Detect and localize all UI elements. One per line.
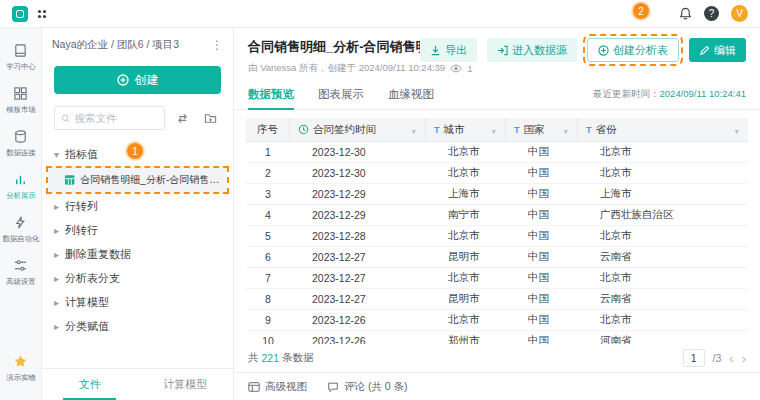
table-row[interactable]: 82023-12-27昆明市中国云南省: [246, 289, 748, 310]
chevron-right-icon: [54, 296, 59, 308]
column-header-country[interactable]: T 国家: [506, 118, 578, 141]
rail-item-label: 分析展示: [6, 190, 35, 200]
table-cell: 广西壮族自治区: [578, 208, 748, 222]
table-cell: 北京市: [426, 313, 506, 327]
page-input[interactable]: 1: [683, 349, 705, 367]
rail-item-data-connection[interactable]: 数据连接: [0, 122, 41, 165]
filter-caret-icon[interactable]: [411, 124, 417, 136]
table-body: 12023-12-30北京市中国北京市22023-12-30北京市中国北京市32…: [246, 142, 748, 344]
chevron-right-icon: [54, 224, 59, 236]
table-cell: 南宁市: [426, 208, 506, 222]
total-suffix: 条数据: [282, 351, 314, 365]
text-field-icon: T: [434, 125, 440, 135]
column-label: 城市: [444, 123, 465, 137]
table-cell: 6: [246, 251, 290, 263]
table-row[interactable]: 12023-12-30北京市中国北京市: [246, 142, 748, 163]
rail-item-demo[interactable]: 演示实物: [0, 347, 41, 390]
tree-node-classify[interactable]: 分类赋值: [42, 314, 233, 338]
table-row[interactable]: 62023-12-27昆明市中国云南省: [246, 247, 748, 268]
bar-chart-icon: [13, 172, 28, 187]
tab-chart-display[interactable]: 图表展示: [318, 80, 364, 109]
table-cell: 北京市: [426, 145, 506, 159]
rail-item-advanced-settings[interactable]: 高级设置: [0, 251, 41, 294]
table-row[interactable]: 92023-12-26北京市中国北京市: [246, 310, 748, 331]
tree-node-branch[interactable]: 分析表分支: [42, 266, 233, 290]
table-cell: 中国: [506, 250, 578, 264]
comments-button[interactable]: 评论 (共 0 条): [327, 380, 408, 394]
new-folder-icon-button[interactable]: [199, 107, 221, 129]
rail-item-label: 模板市场: [6, 104, 35, 114]
edit-button-label: 编辑: [714, 43, 736, 58]
tree-node-dedupe[interactable]: 删除重复数据: [42, 242, 233, 266]
sidebar-tab-files[interactable]: 文件: [42, 369, 138, 400]
table-row[interactable]: 32023-12-29上海市中国上海市: [246, 184, 748, 205]
table-cell: 2023-12-27: [290, 272, 426, 284]
table-cell: 2023-12-29: [290, 209, 426, 221]
table-cell: 2023-12-28: [290, 230, 426, 242]
table-row[interactable]: 52023-12-28北京市中国北京市: [246, 226, 748, 247]
table-cell: 3: [246, 188, 290, 200]
tree-node-calc-model[interactable]: 计算模型: [42, 290, 233, 314]
table-cell: 9: [246, 314, 290, 326]
bell-icon[interactable]: [679, 7, 692, 20]
learning-center-icon: [13, 43, 28, 58]
tab-data-preview[interactable]: 数据预览: [248, 80, 294, 109]
text-field-icon: T: [586, 125, 592, 135]
table-row[interactable]: 42023-12-29南宁市中国广西壮族自治区: [246, 205, 748, 226]
filter-caret-icon[interactable]: [734, 124, 740, 136]
table-cell: 中国: [506, 187, 578, 201]
filter-caret-icon[interactable]: [491, 124, 497, 136]
last-updated: 最近更新时间：2024/09/11 10:24:41: [593, 88, 746, 101]
star-icon: [13, 354, 28, 369]
table-cell: 2023-12-30: [290, 167, 426, 179]
tree-node-selected-file[interactable]: 合同销售明细_分析-合同销售明细: [48, 168, 227, 192]
tree-node-col-to-row[interactable]: 列转行: [42, 218, 233, 242]
table-header: 序号 合同签约时间 T 城市 T 国家: [246, 118, 748, 142]
more-icon[interactable]: [211, 38, 223, 52]
export-button[interactable]: 导出: [420, 38, 477, 62]
rail-item-label: 数据自动化: [2, 233, 39, 243]
breadcrumb[interactable]: Naya的企业 / 团队6 / 项目3: [52, 38, 179, 52]
rail-item-template-market[interactable]: 模板市场: [0, 79, 41, 122]
tab-lineage-view[interactable]: 血缘视图: [388, 80, 434, 109]
rail-item-learning-center[interactable]: 学习中心: [0, 36, 41, 79]
tree-node-row-to-col[interactable]: 行转列: [42, 194, 233, 218]
avatar[interactable]: V: [731, 5, 748, 22]
rail-item-label: 高级设置: [6, 276, 35, 286]
tree-node-label: 指标值: [65, 147, 98, 162]
sidebar: Naya的企业 / 团队6 / 项目3 创建: [42, 28, 234, 400]
create-analysis-table-button[interactable]: 创建分析表: [587, 38, 679, 62]
column-header-index[interactable]: 序号: [246, 118, 290, 141]
table-cell: 上海市: [578, 187, 748, 201]
table-row[interactable]: 102023-12-26郑州市中国河南省: [246, 331, 748, 344]
column-header-city[interactable]: T 城市: [426, 118, 506, 141]
create-button[interactable]: 创建: [54, 66, 221, 94]
enter-datasource-button[interactable]: 进入数据源: [487, 38, 577, 62]
table-row[interactable]: 22023-12-30北京市中国北京市: [246, 163, 748, 184]
column-header-sign-date[interactable]: 合同签约时间: [290, 118, 426, 141]
table-row[interactable]: 72023-12-27北京市中国北京市: [246, 268, 748, 289]
search-input[interactable]: [74, 112, 158, 124]
rail-item-data-automation[interactable]: 数据自动化: [0, 208, 41, 251]
table-cell: 昆明市: [426, 250, 506, 264]
next-page-icon[interactable]: [742, 351, 746, 366]
prev-page-icon[interactable]: [729, 351, 733, 366]
sidebar-tab-calc-models[interactable]: 计算模型: [138, 369, 234, 400]
rail-item-analysis-display[interactable]: 分析展示: [0, 165, 41, 208]
table-cell: 北京市: [578, 229, 748, 243]
import-export-icon-button[interactable]: [171, 107, 193, 129]
filter-caret-icon[interactable]: [563, 124, 569, 136]
apps-grid-icon[interactable]: [36, 8, 48, 20]
chevron-right-icon: [54, 248, 59, 260]
help-icon[interactable]: ?: [704, 6, 719, 21]
nav-rail: 学习中心 模板市场 数据连接 分析展示: [0, 28, 42, 400]
column-header-province[interactable]: T 省份: [578, 118, 748, 141]
plus-circle-icon: [117, 74, 129, 86]
edit-button[interactable]: 编辑: [689, 38, 746, 62]
search-box[interactable]: [54, 106, 165, 130]
pagination: 1 /3: [683, 349, 746, 367]
app-logo[interactable]: [12, 6, 28, 22]
tree-node-label: 行转列: [65, 199, 98, 214]
advanced-view-button[interactable]: 高级视图: [248, 380, 307, 394]
app-body: 学习中心 模板市场 数据连接 分析展示: [0, 28, 760, 400]
